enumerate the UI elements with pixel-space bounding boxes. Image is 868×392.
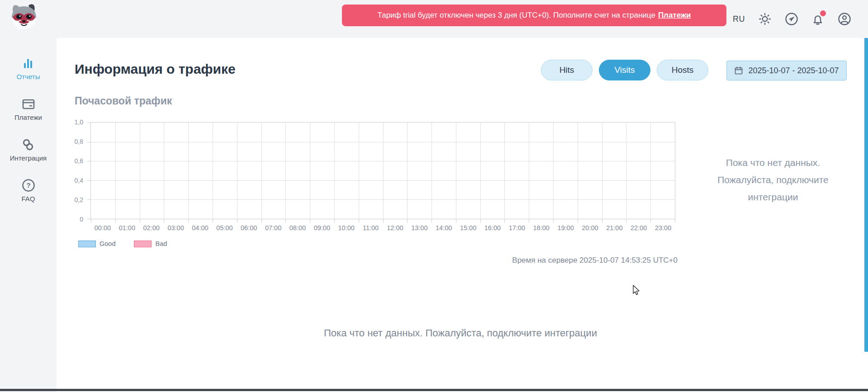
bar-chart-icon [21, 56, 35, 71]
user-icon [838, 12, 851, 26]
v-gridline [553, 123, 554, 219]
theme-toggle-button[interactable] [758, 12, 772, 26]
x-tick-mark [650, 219, 651, 222]
v-gridline [310, 123, 310, 219]
tab-visits[interactable]: Visits [599, 60, 650, 80]
y-tick-label: 1,0 [75, 118, 83, 126]
x-tick-mark [359, 219, 359, 222]
y-tick-label: 0,2 [75, 196, 83, 203]
x-tick-mark [407, 219, 408, 222]
mouse-cursor [631, 285, 641, 296]
v-gridline [578, 123, 578, 219]
tab-hits[interactable]: Hits [541, 60, 593, 80]
telegram-button[interactable] [785, 12, 798, 26]
header-icon-group: RU [733, 0, 851, 38]
v-gridline [626, 123, 626, 219]
y-tick-mark [87, 219, 91, 219]
sidebar-item-payments[interactable]: Платежи [14, 97, 42, 121]
x-tick-label: 09:00 [314, 224, 330, 231]
x-tick-mark [626, 219, 626, 222]
sidebar-item-reports[interactable]: Отчеты [17, 56, 40, 80]
sidebar-item-label: FAQ [21, 195, 35, 203]
x-tick-label: 21:00 [606, 224, 622, 231]
y-tick-mark [87, 142, 91, 142]
calendar-icon [734, 66, 743, 75]
sidebar-item-label: Платежи [14, 113, 42, 121]
legend-swatch [78, 241, 96, 247]
x-tick-mark [310, 219, 310, 222]
v-gridline [383, 123, 384, 219]
x-tick-mark [213, 219, 213, 222]
x-tick-mark [91, 219, 91, 222]
x-tick-mark [115, 219, 116, 222]
window-bottom-edge [0, 389, 868, 391]
banner-text: Тариф trial будет отключен через 3 дня (… [378, 11, 655, 20]
legend-label-good: Good [100, 240, 115, 247]
sidebar-item-label: Интеграция [10, 154, 47, 162]
page-empty-message: Пока что нет данных. Пожалуйста, подключ… [57, 327, 864, 339]
v-gridline [456, 123, 456, 219]
svg-text:?: ? [26, 181, 30, 189]
v-gridline [261, 123, 262, 219]
notifications-button[interactable] [811, 12, 825, 26]
vertical-scrollbar-thumb[interactable] [864, 38, 868, 352]
legend-label-bad: Bad [155, 240, 167, 247]
x-tick-mark [261, 219, 262, 222]
x-tick-mark [164, 219, 164, 222]
notification-badge [820, 10, 826, 16]
telegram-icon [785, 12, 798, 26]
x-tick-mark [675, 219, 675, 222]
x-tick-label: 06:00 [241, 224, 257, 231]
payments-link[interactable]: Платежи [658, 11, 691, 20]
v-gridline [359, 123, 359, 219]
x-tick-label: 14:00 [436, 224, 452, 231]
v-gridline [164, 123, 164, 219]
raccoon-logo-icon [8, 2, 40, 31]
x-tick-label: 05:00 [216, 224, 232, 231]
v-gridline [140, 123, 140, 219]
x-tick-mark [480, 219, 481, 222]
chart-legend: Good Bad [78, 240, 182, 247]
x-tick-mark [383, 219, 384, 222]
server-time: Время на сервере 2025-10-07 14:53:25 UTC… [498, 256, 678, 265]
sidebar-item-label: Отчеты [17, 73, 40, 80]
link-icon [21, 137, 35, 152]
v-gridline [213, 123, 213, 219]
date-range-value: 2025-10-07 - 2025-10-07 [748, 66, 839, 76]
chart-empty-message: Пока что нет данных. Пожалуйста, подключ… [689, 154, 857, 206]
chart-plot [90, 122, 675, 219]
v-gridline [115, 123, 116, 219]
x-tick-label: 11:00 [363, 224, 379, 231]
date-range-picker[interactable]: 2025-10-07 - 2025-10-07 [726, 61, 847, 80]
traffic-view-tabs: Hits Visits Hosts [541, 60, 708, 80]
sidebar-item-faq[interactable]: ? FAQ [21, 178, 36, 203]
y-tick-label: 0,6 [75, 157, 83, 165]
x-tick-mark [602, 219, 602, 222]
x-tick-label: 23:00 [655, 224, 671, 231]
account-button[interactable] [838, 12, 851, 26]
v-gridline [334, 123, 335, 219]
language-switcher[interactable]: RU [733, 14, 745, 24]
chart-section-title: Почасовой трафик [75, 95, 172, 107]
tab-hosts[interactable]: Hosts [657, 60, 708, 80]
chart-empty-line: Пока что нет данных. [689, 154, 857, 171]
x-tick-label: 08:00 [289, 224, 306, 231]
x-tick-mark [504, 219, 505, 222]
x-tick-mark [140, 219, 140, 222]
x-tick-label: 22:00 [631, 224, 647, 231]
x-tick-mark [456, 219, 456, 222]
chart-y-axis: 1,00,80,60,40,20 [63, 122, 88, 219]
v-gridline [529, 123, 529, 219]
x-tick-label: 01:00 [119, 224, 135, 231]
chart-empty-line: Пожалуйста, подключите [689, 171, 857, 189]
y-tick-label: 0,8 [75, 138, 83, 145]
sidebar-nav: Отчеты Платежи Интеграция ? FAQ [0, 38, 57, 203]
question-circle-icon: ? [21, 178, 36, 193]
x-tick-label: 00:00 [95, 224, 111, 231]
sidebar-item-integration[interactable]: Интеграция [10, 137, 47, 162]
x-tick-label: 10:00 [338, 224, 355, 231]
x-tick-label: 19:00 [557, 224, 574, 231]
x-tick-label: 15:00 [460, 224, 476, 231]
page-title: Информация о трафике [75, 61, 236, 77]
x-tick-mark [188, 219, 189, 222]
